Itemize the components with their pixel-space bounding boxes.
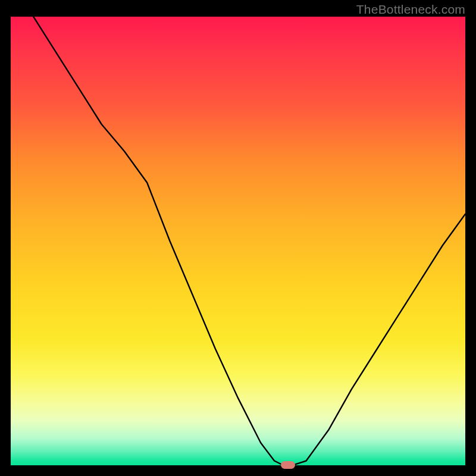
chart-plot-area (11, 17, 465, 465)
bottleneck-curve-line (33, 17, 465, 465)
watermark-text: TheBottleneck.com (356, 2, 465, 17)
chart-line-layer (11, 17, 465, 465)
optimal-point-marker (281, 461, 295, 469)
